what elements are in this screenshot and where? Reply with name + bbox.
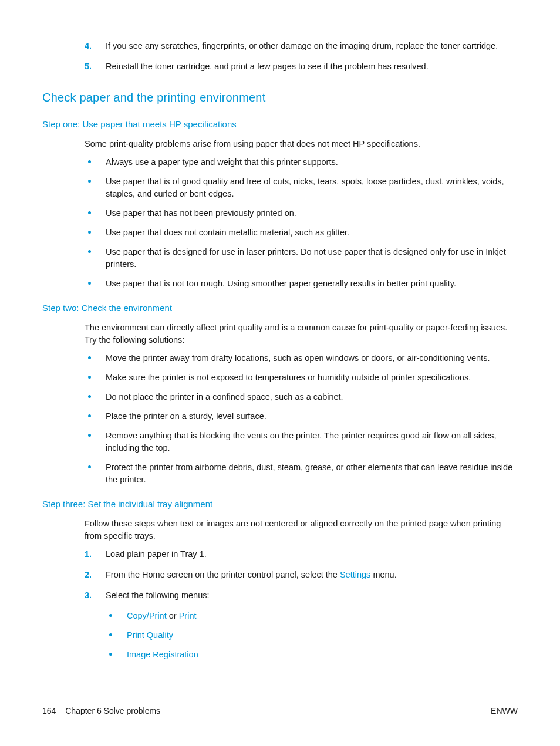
list-item: Use paper that does not contain metallic… xyxy=(85,227,518,239)
list-marker: 3. xyxy=(85,589,92,602)
list-item: Use paper that is not too rough. Using s… xyxy=(85,278,518,290)
page-number: 164 xyxy=(42,706,56,715)
step-two-intro: The environment can directly affect prin… xyxy=(85,322,518,346)
list-text: Load plain paper in Tray 1. xyxy=(106,549,207,559)
list-item: Protect the printer from airborne debris… xyxy=(85,461,518,486)
step-two-bullets: Move the printer away from drafty locati… xyxy=(85,352,518,486)
step-three-heading: Step three: Set the individual tray alig… xyxy=(42,498,518,511)
list-item: Place the printer on a sturdy, level sur… xyxy=(85,410,518,423)
list-item: Use paper that has not been previously p… xyxy=(85,207,518,220)
list-item: 4. If you see any scratches, fingerprint… xyxy=(85,40,518,52)
list-item: Always use a paper type and weight that … xyxy=(85,156,518,168)
ui-term-print-quality: Print Quality xyxy=(127,630,173,640)
list-marker: 5. xyxy=(85,60,92,73)
page: 4. If you see any scratches, fingerprint… xyxy=(0,0,560,746)
list-item: 2. From the Home screen on the printer c… xyxy=(85,569,518,581)
list-item: 1. Load plain paper in Tray 1. xyxy=(85,548,518,561)
ui-term-print: Print xyxy=(179,611,197,620)
footer-right: ENWW xyxy=(491,705,518,717)
step-one-intro: Some print-quality problems arise from u… xyxy=(85,138,518,150)
list-item: Print Quality xyxy=(106,629,518,642)
list-item: Use paper that is of good quality and fr… xyxy=(85,175,518,200)
list-item: Do not place the printer in a confined s… xyxy=(85,391,518,403)
list-text: Reinstall the toner cartridge, and print… xyxy=(106,62,429,71)
text-sep: or xyxy=(167,611,179,620)
list-item: Image Registration xyxy=(106,649,518,661)
step-two-heading: Step two: Check the environment xyxy=(42,302,518,315)
list-text: If you see any scratches, fingerprints, … xyxy=(106,41,498,50)
list-item: 5. Reinstall the toner cartridge, and pr… xyxy=(85,60,518,73)
ui-term-copy-print: Copy/Print xyxy=(127,611,167,620)
list-item: Move the printer away from drafty locati… xyxy=(85,352,518,364)
step-three-intro: Follow these steps when text or images a… xyxy=(85,518,518,542)
list-text: Select the following menus: xyxy=(106,590,210,600)
list-marker: 4. xyxy=(85,40,92,52)
list-marker: 1. xyxy=(85,548,92,561)
chapter-title: Chapter 6 Solve problems xyxy=(65,706,160,715)
page-footer: 164 Chapter 6 Solve problems ENWW xyxy=(42,705,518,717)
footer-left: 164 Chapter 6 Solve problems xyxy=(42,705,160,717)
step-three-ordered: 1. Load plain paper in Tray 1. 2. From t… xyxy=(85,548,518,661)
step-one-bullets: Always use a paper type and weight that … xyxy=(85,156,518,290)
list-item: 3. Select the following menus: Copy/Prin… xyxy=(85,589,518,661)
ui-term-settings: Settings xyxy=(340,570,370,579)
list-text: From the Home screen on the printer cont… xyxy=(106,570,397,579)
ui-term-image-registration: Image Registration xyxy=(127,650,198,659)
step-one-heading: Step one: Use paper that meets HP specif… xyxy=(42,118,518,131)
section-heading: Check paper and the printing environment xyxy=(42,89,518,106)
list-marker: 2. xyxy=(85,569,92,581)
list-item: Remove anything that is blocking the ven… xyxy=(85,430,518,454)
text-pre: From the Home screen on the printer cont… xyxy=(106,570,340,579)
content-area: 4. If you see any scratches, fingerprint… xyxy=(42,40,518,661)
ordered-list-continued: 4. If you see any scratches, fingerprint… xyxy=(85,40,518,73)
list-item: Use paper that is designed for use in la… xyxy=(85,246,518,271)
list-item: Make sure the printer is not exposed to … xyxy=(85,372,518,384)
text-post: menu. xyxy=(370,570,396,579)
menu-path-list: Copy/Print or Print Print Quality Image … xyxy=(106,610,518,661)
list-item: Copy/Print or Print xyxy=(106,610,518,622)
